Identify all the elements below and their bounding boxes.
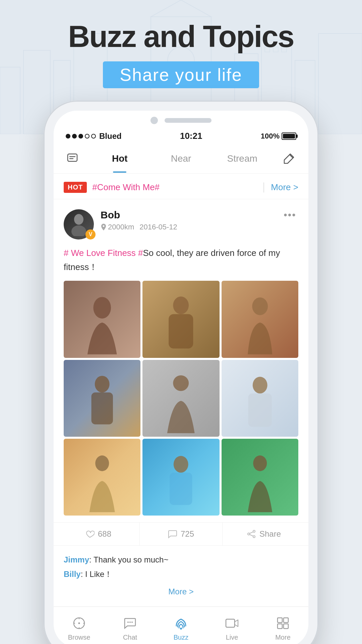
nav-tabs-list: Hot Near Stream <box>89 150 273 167</box>
nav-more-label: More <box>275 634 291 641</box>
svg-rect-30 <box>248 393 272 427</box>
svg-point-29 <box>252 377 267 394</box>
comment-count: 725 <box>181 529 194 539</box>
photo-cell-5[interactable] <box>142 360 219 437</box>
photo-cell-8[interactable] <box>142 439 219 516</box>
nav-live[interactable]: Live <box>206 612 257 644</box>
avatar-verified-badge: V <box>85 229 96 239</box>
svg-point-32 <box>174 456 188 473</box>
post-content-text: # We Love Fitness #So cool, they are dri… <box>64 246 298 274</box>
svg-point-20 <box>71 225 86 236</box>
more-dots-icon: ••• <box>284 209 296 221</box>
svg-point-26 <box>95 376 110 393</box>
nav-more[interactable]: More <box>257 612 308 644</box>
tab-stream[interactable]: Stream <box>212 150 273 167</box>
photo-cell-6[interactable] <box>222 360 298 437</box>
nav-chat[interactable]: Chat <box>105 612 156 644</box>
signal-dots <box>66 134 96 139</box>
post-location: 2000km <box>101 223 134 231</box>
more-comments-btn[interactable]: More > <box>64 582 298 596</box>
svg-point-35 <box>253 530 255 532</box>
bottom-nav: Browse Chat <box>54 606 308 644</box>
nav-buzz[interactable]: Buzz <box>156 612 206 644</box>
svg-point-45 <box>129 622 131 623</box>
post-hashtag[interactable]: # We Love Fitness # <box>64 248 143 258</box>
post-user-info: Bob 2000km 2016-05-12 <box>101 209 282 231</box>
nav-chat-label: Chat <box>123 634 137 641</box>
svg-rect-49 <box>278 618 282 623</box>
avatar-wrap[interactable]: V <box>64 209 94 239</box>
tab-near[interactable]: Near <box>150 150 212 167</box>
svg-point-25 <box>252 298 268 315</box>
svg-point-36 <box>248 533 250 535</box>
nav-browse[interactable]: Browse <box>54 612 105 644</box>
photo-cell-1[interactable] <box>64 281 140 358</box>
comment-1-text: : Thank you so much~ <box>89 555 168 564</box>
svg-rect-27 <box>91 392 113 424</box>
edit-icon-right[interactable] <box>280 149 298 168</box>
svg-rect-33 <box>170 473 192 505</box>
photo-cell-9[interactable] <box>222 439 298 516</box>
hot-more-btn[interactable]: More > <box>271 182 298 193</box>
hot-topics-bar: HOT #Come With Me# More > <box>54 176 308 199</box>
tab-hot[interactable]: Hot <box>89 150 150 167</box>
nav-browse-label: Browse <box>68 634 90 641</box>
svg-rect-52 <box>284 624 288 629</box>
svg-point-37 <box>253 536 255 538</box>
phone-speaker <box>165 118 212 123</box>
signal-dot-3 <box>78 134 83 139</box>
post-username: Bob <box>101 209 282 221</box>
buzz-icon <box>173 615 189 632</box>
hot-divider <box>263 182 264 193</box>
like-count: 688 <box>98 529 111 539</box>
svg-point-21 <box>103 225 105 227</box>
svg-rect-18 <box>68 154 77 161</box>
svg-rect-51 <box>278 624 282 629</box>
comment-2-username[interactable]: Billy <box>64 570 81 579</box>
signal-dot-1 <box>66 134 70 139</box>
share-btn[interactable]: Share <box>223 523 305 545</box>
svg-point-19 <box>74 214 83 225</box>
svg-point-44 <box>127 622 129 623</box>
photo-cell-2[interactable] <box>142 281 219 358</box>
comment-2-text: : I Like！ <box>81 570 113 579</box>
photo-cell-4[interactable] <box>64 360 140 437</box>
svg-point-22 <box>93 297 111 318</box>
status-carrier: Blued <box>66 131 122 141</box>
signal-dot-4 <box>85 134 89 139</box>
svg-rect-24 <box>169 314 193 348</box>
status-battery: 100% <box>261 132 296 141</box>
svg-rect-48 <box>226 619 235 627</box>
battery-fill <box>283 134 295 139</box>
post-more-btn[interactable]: ••• <box>282 209 298 221</box>
page-subtitle: Share your life <box>120 65 242 85</box>
svg-point-28 <box>173 375 189 391</box>
hot-badge: HOT <box>64 182 87 193</box>
signal-dot-5 <box>91 134 96 139</box>
svg-point-23 <box>173 297 189 314</box>
comment-2: Billy: I Like！ <box>64 567 298 581</box>
browse-icon <box>71 615 87 632</box>
post-meta: 2000km 2016-05-12 <box>101 223 282 231</box>
share-label: Share <box>259 529 281 539</box>
nav-buzz-label: Buzz <box>174 634 188 641</box>
comments-section: Jimmy: Thank you so much~ Billy: I Like！… <box>64 546 298 596</box>
post-header: V Bob 2000km 2016-05-12 <box>64 209 298 239</box>
like-btn[interactable]: 688 <box>57 523 140 545</box>
svg-point-34 <box>253 455 267 471</box>
post-card: V Bob 2000km 2016-05-12 <box>54 199 308 606</box>
photo-cell-7[interactable] <box>64 439 140 516</box>
hot-topic-text[interactable]: #Come With Me# <box>92 182 257 193</box>
phone-frame: Blued 10:21 100% Hot Near S <box>44 101 318 644</box>
compose-icon-left[interactable] <box>64 149 82 168</box>
live-icon <box>224 615 240 632</box>
more-grid-icon <box>275 615 291 632</box>
comment-btn[interactable]: 725 <box>140 523 223 545</box>
post-distance: 2000km <box>108 223 134 231</box>
status-time: 10:21 <box>180 131 202 141</box>
comment-1: Jimmy: Thank you so much~ <box>64 552 298 567</box>
nav-tabs: Hot Near Stream <box>54 144 308 174</box>
photo-cell-3[interactable] <box>222 281 298 358</box>
comment-1-username[interactable]: Jimmy <box>64 555 89 564</box>
photo-grid <box>64 281 298 516</box>
